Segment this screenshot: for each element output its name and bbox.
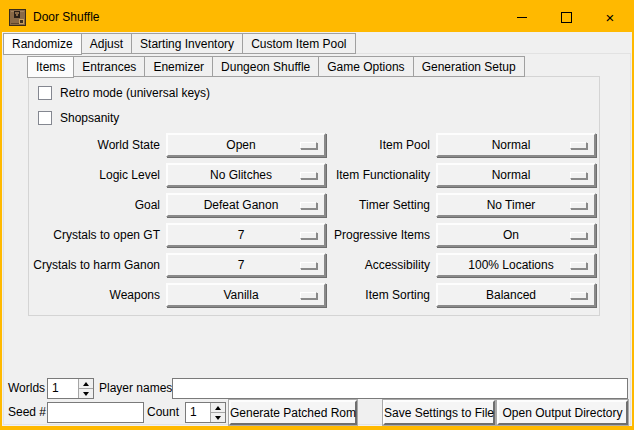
goal-row: Goal Defeat Ganon bbox=[32, 190, 326, 220]
crystals-ganon-row: Crystals to harm Ganon 7 bbox=[32, 250, 326, 280]
spin-down-button[interactable] bbox=[79, 389, 93, 398]
settings-column-left: World State Open Logic Level No Glitches… bbox=[32, 130, 326, 310]
progressive-items-dropdown[interactable]: On bbox=[436, 223, 596, 247]
tab-randomize[interactable]: Randomize bbox=[3, 33, 82, 55]
progressive-items-label: Progressive Items bbox=[330, 228, 430, 242]
titlebar: Door Shuffle × bbox=[2, 2, 632, 32]
weapons-row: Weapons Vanilla bbox=[32, 280, 326, 310]
worlds-label: Worlds bbox=[8, 378, 45, 399]
spin-up-button[interactable] bbox=[79, 379, 93, 389]
window-controls: × bbox=[500, 2, 632, 32]
weapons-value: Vanilla bbox=[168, 288, 300, 302]
crystals-gt-row: Crystals to open GT 7 bbox=[32, 220, 326, 250]
worlds-spin-arrows bbox=[78, 379, 93, 398]
weapons-dropdown[interactable]: Vanilla bbox=[166, 283, 326, 307]
accessibility-row: Accessibility 100% Locations bbox=[330, 250, 596, 280]
item-functionality-label: Item Functionality bbox=[330, 168, 430, 182]
tab-enemizer[interactable]: Enemizer bbox=[144, 56, 213, 77]
item-functionality-row: Item Functionality Normal bbox=[330, 160, 596, 190]
arrow-down-icon bbox=[83, 392, 89, 396]
shopsanity-checkbox-row[interactable]: Shopsanity bbox=[38, 111, 119, 125]
timer-setting-row: Timer Setting No Timer bbox=[330, 190, 596, 220]
save-settings-button[interactable]: Save Settings to File bbox=[383, 400, 495, 425]
retro-mode-checkbox-row[interactable]: Retro mode (universal keys) bbox=[38, 86, 210, 100]
item-pool-label: Item Pool bbox=[330, 138, 430, 152]
logic-level-label: Logic Level bbox=[32, 168, 160, 182]
timer-setting-value: No Timer bbox=[438, 198, 570, 212]
seed-label: Seed # bbox=[8, 402, 46, 423]
logic-level-dropdown[interactable]: No Glitches bbox=[166, 163, 326, 187]
dropdown-indicator-icon bbox=[570, 262, 587, 269]
goal-dropdown[interactable]: Defeat Ganon bbox=[166, 193, 326, 217]
tab-dungeon-shuffle[interactable]: Dungeon Shuffle bbox=[212, 56, 319, 77]
shopsanity-checkbox[interactable] bbox=[38, 111, 52, 125]
timer-setting-label: Timer Setting bbox=[330, 198, 430, 212]
dropdown-indicator-icon bbox=[300, 232, 317, 239]
dropdown-indicator-icon bbox=[300, 202, 317, 209]
door-shuffle-window: Door Shuffle × Randomize Adjust Starting… bbox=[0, 0, 634, 430]
goal-label: Goal bbox=[32, 198, 160, 212]
timer-setting-dropdown[interactable]: No Timer bbox=[436, 193, 596, 217]
settings-column-right: Item Pool Normal Item Functionality Norm… bbox=[330, 130, 596, 310]
dropdown-indicator-icon bbox=[300, 262, 317, 269]
crystals-gt-value: 7 bbox=[168, 228, 300, 242]
tab-generation-setup[interactable]: Generation Setup bbox=[413, 56, 525, 77]
shopsanity-label: Shopsanity bbox=[60, 111, 119, 125]
tab-custom-item-pool[interactable]: Custom Item Pool bbox=[242, 33, 355, 54]
dropdown-indicator-icon bbox=[570, 232, 587, 239]
item-functionality-dropdown[interactable]: Normal bbox=[436, 163, 596, 187]
close-button[interactable]: × bbox=[588, 2, 632, 32]
dropdown-indicator-icon bbox=[300, 172, 317, 179]
tab-entrances[interactable]: Entrances bbox=[73, 56, 145, 77]
crystals-gt-dropdown[interactable]: 7 bbox=[166, 223, 326, 247]
seed-input[interactable] bbox=[47, 402, 144, 423]
world-state-value: Open bbox=[168, 138, 300, 152]
minimize-button[interactable] bbox=[500, 2, 544, 32]
count-spin-arrows bbox=[210, 403, 225, 422]
arrow-up-icon bbox=[83, 382, 89, 386]
world-state-label: World State bbox=[32, 138, 160, 152]
item-sorting-value: Balanced bbox=[438, 288, 570, 302]
generate-patched-rom-button[interactable]: Generate Patched Rom bbox=[229, 400, 357, 425]
player-names-label: Player names bbox=[99, 378, 172, 399]
worlds-spinbox[interactable]: 1 bbox=[47, 378, 94, 399]
crystals-ganon-label: Crystals to harm Ganon bbox=[32, 258, 160, 272]
crystals-gt-label: Crystals to open GT bbox=[32, 228, 160, 242]
item-functionality-value: Normal bbox=[438, 168, 570, 182]
app-icon bbox=[9, 9, 26, 26]
tab-adjust[interactable]: Adjust bbox=[81, 33, 132, 54]
retro-mode-checkbox[interactable] bbox=[38, 86, 52, 100]
progressive-items-row: Progressive Items On bbox=[330, 220, 596, 250]
accessibility-dropdown[interactable]: 100% Locations bbox=[436, 253, 596, 277]
logic-level-row: Logic Level No Glitches bbox=[32, 160, 326, 190]
count-label: Count bbox=[147, 402, 179, 423]
dropdown-indicator-icon bbox=[570, 142, 587, 149]
tab-game-options[interactable]: Game Options bbox=[318, 56, 413, 77]
item-sorting-label: Item Sorting bbox=[330, 288, 430, 302]
maximize-button[interactable] bbox=[544, 2, 588, 32]
dropdown-indicator-icon bbox=[570, 292, 587, 299]
main-tab-bar: Randomize Adjust Starting Inventory Cust… bbox=[3, 33, 355, 54]
count-spinbox[interactable]: 1 bbox=[185, 402, 226, 423]
sub-tab-bar: Items Entrances Enemizer Dungeon Shuffle… bbox=[27, 56, 524, 77]
item-sorting-dropdown[interactable]: Balanced bbox=[436, 283, 596, 307]
arrow-down-icon bbox=[215, 416, 221, 420]
crystals-ganon-dropdown[interactable]: 7 bbox=[166, 253, 326, 277]
accessibility-label: Accessibility bbox=[330, 258, 430, 272]
item-pool-value: Normal bbox=[438, 138, 570, 152]
item-pool-dropdown[interactable]: Normal bbox=[436, 133, 596, 157]
open-output-directory-button[interactable]: Open Output Directory bbox=[497, 400, 628, 425]
player-names-input[interactable] bbox=[172, 378, 628, 399]
tab-starting-inventory[interactable]: Starting Inventory bbox=[131, 33, 243, 54]
world-state-row: World State Open bbox=[32, 130, 326, 160]
spin-down-button[interactable] bbox=[211, 413, 225, 422]
logic-level-value: No Glitches bbox=[168, 168, 300, 182]
world-state-dropdown[interactable]: Open bbox=[166, 133, 326, 157]
dropdown-indicator-icon bbox=[300, 142, 317, 149]
spin-up-button[interactable] bbox=[211, 403, 225, 413]
window-title: Door Shuffle bbox=[33, 10, 100, 24]
goal-value: Defeat Ganon bbox=[168, 198, 300, 212]
dropdown-indicator-icon bbox=[300, 292, 317, 299]
count-value: 1 bbox=[186, 403, 210, 422]
tab-items[interactable]: Items bbox=[27, 56, 74, 78]
